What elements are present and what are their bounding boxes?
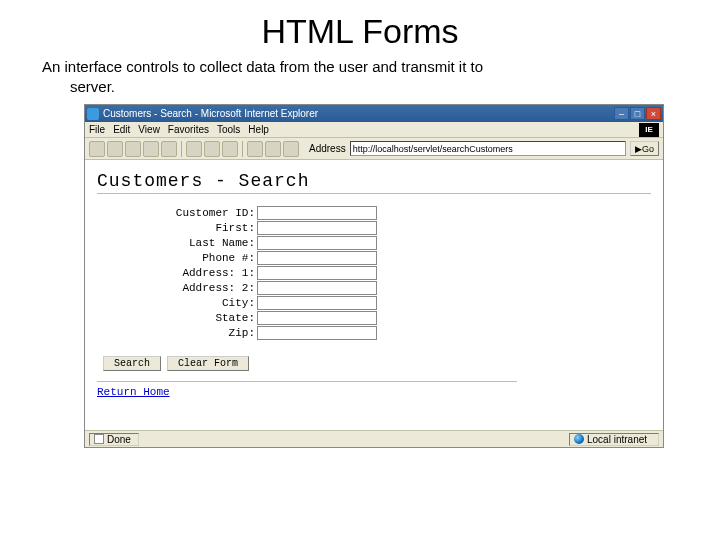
search-form: Customer ID: First: Last Name: Phone #: … bbox=[157, 206, 651, 340]
slide-body: An interface controls to collect data fr… bbox=[42, 57, 684, 96]
toolbar: Address http://localhost/servlet/searchC… bbox=[85, 138, 663, 160]
minimize-button[interactable]: – bbox=[614, 107, 629, 120]
menu-view[interactable]: View bbox=[138, 124, 160, 135]
close-button[interactable]: × bbox=[646, 107, 661, 120]
done-icon bbox=[94, 434, 104, 444]
page-heading: Customers - Search bbox=[97, 171, 651, 191]
refresh-icon[interactable] bbox=[143, 141, 159, 157]
page-content: Customers - Search Customer ID: First: L… bbox=[85, 160, 663, 430]
label-city: City: bbox=[157, 297, 257, 309]
heading-rule bbox=[97, 193, 651, 194]
status-zone-text: Local intranet bbox=[587, 434, 647, 445]
window-title: Customers - Search - Microsoft Internet … bbox=[103, 108, 614, 119]
label-address-1: Address: 1: bbox=[157, 267, 257, 279]
menubar: File Edit View Favorites Tools Help IE bbox=[85, 122, 663, 138]
input-state[interactable] bbox=[257, 311, 377, 325]
toolbar-separator bbox=[181, 141, 182, 157]
menu-help[interactable]: Help bbox=[248, 124, 269, 135]
maximize-button[interactable]: □ bbox=[630, 107, 645, 120]
input-address-2[interactable] bbox=[257, 281, 377, 295]
ie-icon bbox=[87, 108, 99, 120]
input-city[interactable] bbox=[257, 296, 377, 310]
toolbar-separator bbox=[242, 141, 243, 157]
return-home-link[interactable]: Return Home bbox=[97, 386, 170, 398]
favorites-icon[interactable] bbox=[204, 141, 220, 157]
go-button[interactable]: ▶Go bbox=[630, 141, 659, 156]
zone-icon bbox=[574, 434, 584, 444]
label-state: State: bbox=[157, 312, 257, 324]
form-rule bbox=[97, 381, 517, 382]
input-last-name[interactable] bbox=[257, 236, 377, 250]
status-done-pane: Done bbox=[89, 433, 139, 446]
search-icon[interactable] bbox=[186, 141, 202, 157]
browser-window: Customers - Search - Microsoft Internet … bbox=[84, 104, 664, 448]
slide-body-line2: server. bbox=[42, 77, 684, 97]
statusbar: Done Local intranet bbox=[85, 430, 663, 447]
search-button[interactable]: Search bbox=[103, 356, 161, 371]
menu-favorites[interactable]: Favorites bbox=[168, 124, 209, 135]
label-first: First: bbox=[157, 222, 257, 234]
home-icon[interactable] bbox=[161, 141, 177, 157]
titlebar: Customers - Search - Microsoft Internet … bbox=[85, 105, 663, 122]
go-label: Go bbox=[642, 144, 654, 154]
address-input[interactable]: http://localhost/servlet/searchCustomers bbox=[350, 141, 626, 156]
status-zone-pane: Local intranet bbox=[569, 433, 659, 446]
mail-icon[interactable] bbox=[247, 141, 263, 157]
label-customer-id: Customer ID: bbox=[157, 207, 257, 219]
menu-edit[interactable]: Edit bbox=[113, 124, 130, 135]
label-phone: Phone #: bbox=[157, 252, 257, 264]
forward-icon[interactable] bbox=[107, 141, 123, 157]
menu-file[interactable]: File bbox=[89, 124, 105, 135]
slide-body-line1: An interface controls to collect data fr… bbox=[42, 58, 483, 75]
address-label: Address bbox=[309, 143, 346, 154]
label-address-2: Address: 2: bbox=[157, 282, 257, 294]
slide-title: HTML Forms bbox=[36, 12, 684, 51]
label-zip: Zip: bbox=[157, 327, 257, 339]
history-icon[interactable] bbox=[222, 141, 238, 157]
print-icon[interactable] bbox=[265, 141, 281, 157]
stop-icon[interactable] bbox=[125, 141, 141, 157]
input-phone[interactable] bbox=[257, 251, 377, 265]
label-last-name: Last Name: bbox=[157, 237, 257, 249]
input-customer-id[interactable] bbox=[257, 206, 377, 220]
throbber-icon: IE bbox=[639, 123, 659, 137]
input-first[interactable] bbox=[257, 221, 377, 235]
edit-icon[interactable] bbox=[283, 141, 299, 157]
input-zip[interactable] bbox=[257, 326, 377, 340]
back-icon[interactable] bbox=[89, 141, 105, 157]
clear-button[interactable]: Clear Form bbox=[167, 356, 249, 371]
status-done-text: Done bbox=[107, 434, 131, 445]
input-address-1[interactable] bbox=[257, 266, 377, 280]
menu-tools[interactable]: Tools bbox=[217, 124, 240, 135]
